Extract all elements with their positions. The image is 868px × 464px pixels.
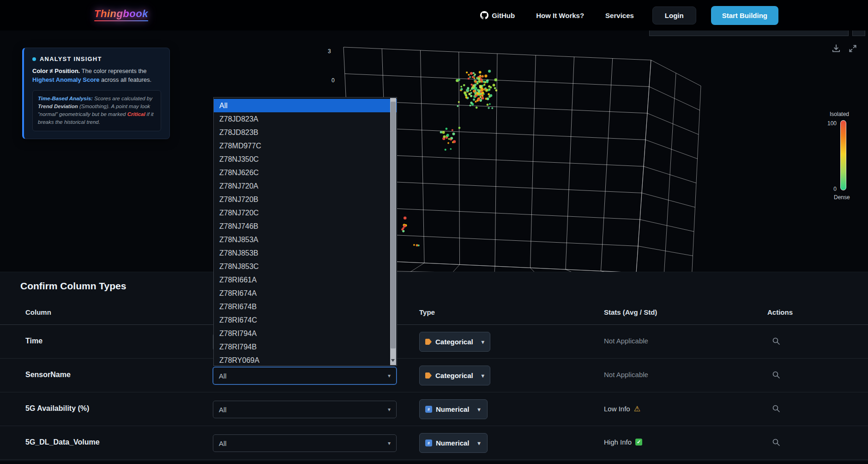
dropdown-option[interactable]: Z78NJ853A — [214, 233, 397, 246]
dropdown-option[interactable]: Z78RY069A — [214, 354, 397, 366]
search-icon[interactable] — [772, 438, 780, 448]
scatter-point — [473, 72, 475, 74]
numerical-icon: # — [425, 406, 432, 413]
brand-logo[interactable]: Thingbook — [94, 8, 148, 21]
type-select[interactable]: Categorical▾ — [419, 366, 490, 385]
scatter-point — [413, 244, 415, 246]
scatter-point — [440, 131, 442, 133]
scatter-point — [483, 80, 485, 83]
scrollbar-down-arrow[interactable] — [391, 359, 395, 362]
start-building-button[interactable]: Start Building — [711, 6, 778, 25]
insight-note-box: Time-Based Analysis: Scores are calculat… — [32, 90, 161, 131]
nav-link-label: Services — [605, 12, 634, 19]
insight-highlight: Highest Anomaly Score — [32, 76, 99, 83]
insight-body-text: The color represents the — [80, 67, 146, 74]
dropdown-option[interactable]: Z78NJ720A — [214, 179, 397, 193]
dropdown-option[interactable]: Z78JD823B — [214, 126, 397, 139]
insight-tail: across all features. — [99, 76, 151, 83]
nav-link-label: GitHub — [492, 12, 515, 19]
search-icon[interactable] — [772, 371, 780, 381]
stats-cell: Not Applicable — [604, 371, 648, 379]
scatter-point — [489, 103, 491, 105]
dropdown-option[interactable]: All — [214, 99, 397, 112]
scatter-point — [446, 134, 449, 137]
scatter-point — [473, 75, 475, 77]
table-row: 5G_DL_Data_VolumeAll▾#Numerical▾High Inf… — [0, 426, 868, 460]
scatter-point — [470, 95, 472, 97]
type-select-value: Categorical — [435, 372, 473, 379]
table-row: TimeAll▾Categorical▾Not Applicable — [0, 325, 868, 359]
filter-select-value: All — [219, 406, 227, 414]
chevron-down-icon: ▾ — [388, 440, 391, 446]
scatter-point — [494, 87, 496, 89]
legend-top-label: Isolated — [830, 111, 849, 117]
scatter-point — [488, 70, 491, 73]
scatter-point — [403, 225, 406, 227]
dropdown-option[interactable]: Z78NJ720B — [214, 193, 397, 206]
scatter-point — [458, 79, 460, 81]
categorical-tag-icon — [425, 339, 432, 345]
nav-link-github[interactable]: GitHub — [480, 11, 515, 19]
clipped-select-control[interactable] — [649, 30, 849, 36]
type-select[interactable]: #Numerical▾ — [419, 399, 488, 419]
dropdown-option[interactable]: Z78RI674A — [214, 287, 397, 300]
scatter-point — [477, 77, 480, 80]
dropdown-option[interactable]: Z78NJ853B — [214, 246, 397, 260]
scrollbar-thumb[interactable] — [391, 102, 396, 348]
dropdown-option[interactable]: Z78MD977C — [214, 139, 397, 153]
chevron-down-icon: ▾ — [482, 372, 484, 379]
scatter-point — [487, 79, 489, 82]
confirm-column-types-section: Confirm Column Types Column Type Stats (… — [0, 272, 868, 461]
fullscreen-icon[interactable] — [848, 43, 858, 54]
chevron-down-icon: ▾ — [388, 372, 391, 379]
dropdown-option[interactable]: Z78NJ746B — [214, 220, 397, 233]
nav-link-services[interactable]: Services — [605, 12, 634, 19]
column-name: Time — [25, 337, 42, 345]
scatter-point — [460, 88, 463, 90]
filter-select[interactable]: All▾ — [213, 434, 397, 452]
dropdown-option[interactable]: Z78RI794B — [214, 340, 397, 354]
dropdown-option[interactable]: Z78NJ720C — [214, 206, 397, 220]
dropdown-option[interactable]: Z78RI661A — [214, 273, 397, 287]
search-icon[interactable] — [772, 337, 780, 347]
scatter-point — [447, 142, 449, 144]
type-select[interactable]: #Numerical▾ — [419, 433, 488, 453]
scatter-point — [466, 89, 469, 92]
check-icon: ✓ — [635, 439, 642, 446]
dropdown-option[interactable]: Z78RI674C — [214, 313, 397, 327]
scatter-point — [479, 85, 482, 88]
filter-select[interactable]: All▾ — [213, 401, 397, 418]
scatter-point — [450, 148, 452, 150]
scatter-point — [445, 149, 446, 151]
scatter-point — [488, 89, 490, 92]
dropdown-option[interactable]: Z78NJ626C — [214, 166, 397, 179]
clipped-button-control[interactable] — [852, 30, 865, 36]
scatter-point — [488, 107, 489, 109]
scatter-point — [446, 128, 448, 130]
scatter-point — [489, 94, 492, 97]
download-icon[interactable] — [831, 43, 841, 54]
search-icon[interactable] — [772, 404, 780, 415]
dropdown-option[interactable]: Z78RI674B — [214, 300, 397, 313]
filter-select[interactable]: All▾ — [213, 367, 397, 385]
scatter-point — [457, 105, 459, 107]
column-name: 5G_DL_Data_Volume — [25, 438, 100, 446]
dropdown-option[interactable]: Z78NJ350C — [214, 153, 397, 166]
type-select[interactable]: Categorical▾ — [419, 332, 490, 352]
scatter-point — [481, 75, 483, 77]
dropdown-option[interactable]: Z78NJ853C — [214, 260, 397, 273]
nav-link-how-it-works[interactable]: How It Works? — [536, 12, 584, 19]
filter-select-value: All — [219, 372, 227, 380]
sensor-dropdown-list[interactable]: AllZ78JD823AZ78JD823BZ78MD977CZ78NJ350CZ… — [213, 97, 397, 366]
scatter-point — [465, 96, 468, 98]
note-lead: Time-Based Analysis: — [38, 96, 93, 101]
bullet-dot-icon — [32, 57, 36, 61]
scatter-point — [464, 92, 466, 94]
dropdown-option[interactable]: Z78RI794A — [214, 327, 397, 340]
login-button[interactable]: Login — [652, 6, 696, 24]
dropdown-scrollbar[interactable] — [390, 98, 396, 365]
scatter-point — [494, 79, 497, 81]
dropdown-option[interactable]: Z78JD823A — [214, 112, 397, 126]
analyst-insight-card: ANALYST INSIGHT Color ≠ Position. The co… — [22, 48, 170, 139]
scatter-point — [460, 86, 462, 88]
